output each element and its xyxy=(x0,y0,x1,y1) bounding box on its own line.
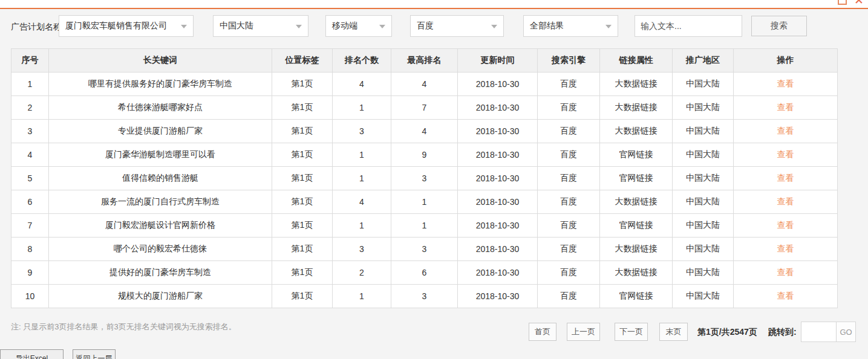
previous-page-button[interactable]: 上一页 xyxy=(567,323,600,341)
table-row: 6服务一流的厦门自行式房车制造第1页412018-10-30百度大数据链接中国大… xyxy=(11,190,838,214)
table-cell: 专业提供厦门游船厂家 xyxy=(49,120,272,143)
table-row: 8哪个公司的毅宏希仕德徕第1页332018-10-30百度大数据链接中国大陆查看 xyxy=(11,238,838,261)
table-cell: 7 xyxy=(11,214,49,238)
restore-window-icon[interactable] xyxy=(838,0,847,5)
view-link[interactable]: 查看 xyxy=(777,126,794,135)
first-page-button[interactable]: 首页 xyxy=(529,323,556,341)
column-header: 位置标签 xyxy=(272,49,333,73)
table-cell: 4 xyxy=(11,143,49,167)
table-cell: 2018-10-30 xyxy=(458,73,538,96)
table-cell: 第1页 xyxy=(272,96,333,120)
last-page-button[interactable]: 末页 xyxy=(659,323,688,341)
close-icon[interactable]: ✕ xyxy=(852,0,866,7)
table-cell: 2018-10-30 xyxy=(458,143,538,167)
table-cell: 1 xyxy=(391,190,458,214)
table-cell: 第1页 xyxy=(272,261,333,285)
table-row: 3专业提供厦门游船厂家第1页342018-10-30百度大数据链接中国大陆查看 xyxy=(11,120,838,143)
action-cell: 查看 xyxy=(734,190,838,214)
table-cell: 2018-10-30 xyxy=(458,238,538,261)
view-link[interactable]: 查看 xyxy=(777,149,794,159)
column-header: 操作 xyxy=(734,49,838,73)
table-cell: 哪里有提供服务好的厦门豪华房车制造 xyxy=(49,73,272,96)
table-cell: 5 xyxy=(11,167,49,190)
export-excel-button[interactable]: 导出Excel xyxy=(0,349,64,359)
table-cell: 大数据链接 xyxy=(600,238,673,261)
table-cell: 百度 xyxy=(538,285,600,308)
table-cell: 百度 xyxy=(538,120,600,143)
table-cell: 9 xyxy=(391,143,458,167)
table-cell: 中国大陆 xyxy=(673,190,734,214)
table-cell: 百度 xyxy=(538,261,600,285)
table-cell: 4 xyxy=(333,73,391,96)
table-cell: 中国大陆 xyxy=(673,73,734,96)
table-cell: 第1页 xyxy=(272,143,333,167)
search-button[interactable]: 搜索 xyxy=(751,16,807,36)
table-cell: 服务一流的厦门自行式房车制造 xyxy=(49,190,272,214)
column-header: 排名个数 xyxy=(333,49,391,73)
back-button[interactable]: 返回上一层 xyxy=(73,349,116,359)
table-cell: 1 xyxy=(11,73,49,96)
view-link[interactable]: 查看 xyxy=(777,291,794,300)
action-cell: 查看 xyxy=(734,167,838,190)
table-cell: 第1页 xyxy=(272,73,333,96)
table-cell: 7 xyxy=(391,96,458,120)
table-cell: 1 xyxy=(333,96,391,120)
table-cell: 值得信赖的销售游艇 xyxy=(49,167,272,190)
table-cell: 4 xyxy=(333,190,391,214)
table-cell: 中国大陆 xyxy=(673,143,734,167)
table-cell: 中国大陆 xyxy=(673,238,734,261)
region-select-value: 中国大陆 xyxy=(220,21,253,31)
table-header-row: 序号长关键词位置标签排名个数最高排名更新时间搜索引擎链接属性推广地区操作 xyxy=(11,49,838,73)
result-filter-select[interactable]: 全部结果 xyxy=(523,15,618,37)
table-cell: 大数据链接 xyxy=(600,73,673,96)
view-link[interactable]: 查看 xyxy=(777,173,794,183)
table-cell: 2018-10-30 xyxy=(458,96,538,120)
action-cell: 查看 xyxy=(734,96,838,120)
table-cell: 1 xyxy=(333,167,391,190)
table-cell: 中国大陆 xyxy=(673,214,734,238)
table-cell: 2018-10-30 xyxy=(458,120,538,143)
view-link[interactable]: 查看 xyxy=(777,244,794,253)
action-cell: 查看 xyxy=(734,238,838,261)
column-header: 长关键词 xyxy=(49,49,272,73)
go-button[interactable]: GO xyxy=(836,322,855,341)
table-cell: 希仕德徕游艇哪家好点 xyxy=(49,96,272,120)
table-cell: 厦门毅宏游艇设计官网新价格 xyxy=(49,214,272,238)
engine-select[interactable]: 百度 xyxy=(410,15,504,37)
table-cell: 第1页 xyxy=(272,285,333,308)
table-cell: 第1页 xyxy=(272,167,333,190)
table-cell: 10 xyxy=(11,285,49,308)
view-link[interactable]: 查看 xyxy=(777,79,794,88)
device-select[interactable]: 移动端 xyxy=(325,15,392,37)
column-header: 搜索引擎 xyxy=(538,49,600,73)
table-row: 2希仕德徕游艇哪家好点第1页172018-10-30百度大数据链接中国大陆查看 xyxy=(11,96,838,120)
view-link[interactable]: 查看 xyxy=(777,267,794,277)
next-page-button[interactable]: 下一页 xyxy=(615,323,648,341)
app-window: ✕ 广告计划名称: 厦门毅宏车艇销售有限公司 中国大陆 移动端 百度 全部结果 … xyxy=(0,0,868,359)
results-note: 注: 只显示前3页排名结果，前3页无排名关键词视为无搜索排名。 xyxy=(11,322,237,332)
result-filter-select-value: 全部结果 xyxy=(530,21,564,31)
device-select-value: 移动端 xyxy=(332,21,357,31)
table-cell: 3 xyxy=(333,120,391,143)
table-cell: 大数据链接 xyxy=(600,120,673,143)
jump-to-input[interactable] xyxy=(801,322,836,341)
column-header: 最高排名 xyxy=(391,49,458,73)
column-header: 序号 xyxy=(11,49,49,73)
table-cell: 1 xyxy=(333,143,391,167)
ad-plan-select[interactable]: 厦门毅宏车艇销售有限公司 xyxy=(59,15,194,37)
table-cell: 规模大的厦门游船厂家 xyxy=(49,285,272,308)
chevron-down-icon xyxy=(491,25,497,28)
action-cell: 查看 xyxy=(734,120,838,143)
table-cell: 百度 xyxy=(538,167,600,190)
jump-to-group: GO xyxy=(801,322,856,342)
table-row: 9提供好的厦门豪华房车制造第1页262018-10-30百度大数据链接中国大陆查… xyxy=(11,261,838,285)
view-link[interactable]: 查看 xyxy=(777,220,794,230)
table-cell: 4 xyxy=(391,73,458,96)
view-link[interactable]: 查看 xyxy=(777,196,794,206)
keyword-search-input[interactable] xyxy=(635,15,742,37)
table-cell: 2018-10-30 xyxy=(458,261,538,285)
view-link[interactable]: 查看 xyxy=(777,102,794,112)
engine-select-value: 百度 xyxy=(417,21,434,31)
table-row: 1哪里有提供服务好的厦门豪华房车制造第1页442018-10-30百度大数据链接… xyxy=(11,73,838,96)
region-select[interactable]: 中国大陆 xyxy=(213,15,308,37)
